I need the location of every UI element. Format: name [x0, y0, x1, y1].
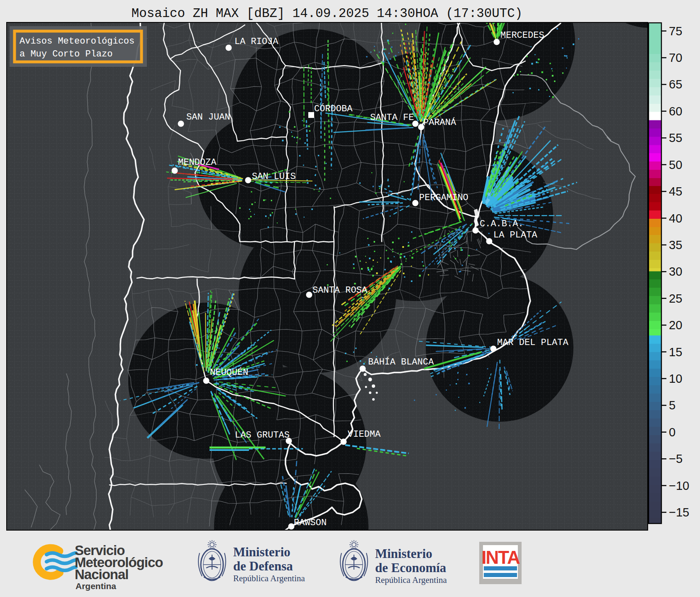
svg-text:MERCEDES: MERCEDES — [500, 30, 544, 41]
svg-text:C.A.B.A.: C.A.B.A. — [480, 219, 524, 229]
svg-text:MAR DEL PLATA: MAR DEL PLATA — [497, 338, 568, 348]
svg-text:−5: −5 — [669, 452, 683, 465]
svg-text:65: 65 — [669, 78, 682, 91]
svg-text:VIEDMA: VIEDMA — [348, 429, 381, 440]
svg-text:a Muy Corto Plazo: a Muy Corto Plazo — [20, 49, 112, 59]
svg-text:PERGAMINO: PERGAMINO — [419, 193, 468, 203]
svg-text:15: 15 — [669, 345, 682, 359]
svg-text:INTA: INTA — [481, 547, 520, 568]
svg-text:Ministerio: Ministerio — [233, 545, 290, 559]
svg-text:35: 35 — [669, 238, 682, 252]
svg-text:25: 25 — [669, 292, 682, 305]
svg-text:55: 55 — [669, 131, 682, 144]
svg-text:SANTA FE: SANTA FE — [370, 113, 414, 123]
svg-text:SAN JUAN: SAN JUAN — [186, 112, 230, 122]
svg-text:CÓRDOBA: CÓRDOBA — [314, 103, 353, 114]
svg-text:LAS GRUTAS: LAS GRUTAS — [235, 430, 290, 440]
svg-text:50: 50 — [669, 158, 682, 171]
svg-text:RAWSON: RAWSON — [294, 518, 327, 528]
svg-text:SANTA ROSA: SANTA ROSA — [312, 285, 368, 296]
svg-text:40: 40 — [669, 212, 682, 225]
svg-text:Argentina: Argentina — [76, 581, 116, 591]
svg-text:PARANÁ: PARANÁ — [423, 117, 456, 128]
svg-text:de Economía: de Economía — [375, 560, 446, 575]
svg-text:−10: −10 — [669, 479, 689, 492]
svg-text:República Argentina: República Argentina — [233, 573, 305, 583]
svg-text:−15: −15 — [669, 506, 689, 519]
svg-text:10: 10 — [669, 372, 682, 385]
svg-text:Ministerio: Ministerio — [375, 546, 432, 561]
svg-text:de Defensa: de Defensa — [233, 559, 293, 573]
svg-text:60: 60 — [669, 105, 682, 118]
svg-text:Avisos Meteorológicos: Avisos Meteorológicos — [20, 36, 134, 46]
svg-text:LA PLATA: LA PLATA — [493, 230, 537, 240]
svg-text:70: 70 — [669, 51, 682, 64]
svg-text:30: 30 — [669, 265, 682, 278]
svg-text:75: 75 — [669, 24, 682, 38]
svg-text:0: 0 — [669, 426, 676, 439]
svg-text:NEUQUÉN: NEUQUÉN — [210, 367, 248, 378]
svg-text:20: 20 — [669, 318, 682, 332]
svg-text:BAHÍA BLANCA: BAHÍA BLANCA — [368, 357, 434, 367]
svg-text:5: 5 — [669, 399, 676, 412]
svg-text:SAN LUIS: SAN LUIS — [252, 171, 296, 182]
svg-text:Nacional: Nacional — [75, 567, 129, 582]
svg-text:LA RIOJA: LA RIOJA — [234, 37, 278, 47]
svg-text:45: 45 — [669, 185, 682, 198]
svg-text:Mosaico ZH MAX [dBZ] 14.09.202: Mosaico ZH MAX [dBZ] 14.09.2025 14:30HOA… — [132, 6, 523, 21]
svg-text:MENDOZA: MENDOZA — [178, 157, 217, 168]
svg-text:República Argentina: República Argentina — [375, 575, 447, 585]
